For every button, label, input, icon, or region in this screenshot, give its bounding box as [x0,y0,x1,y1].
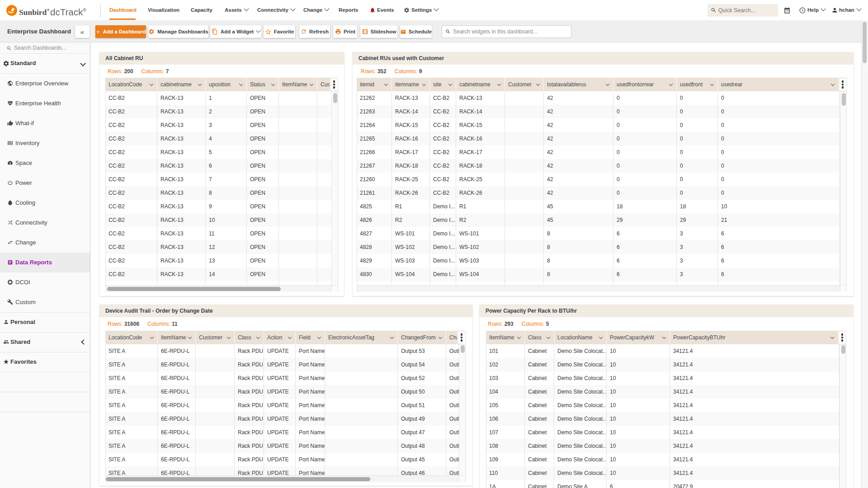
svg-text:?: ? [802,9,804,13]
